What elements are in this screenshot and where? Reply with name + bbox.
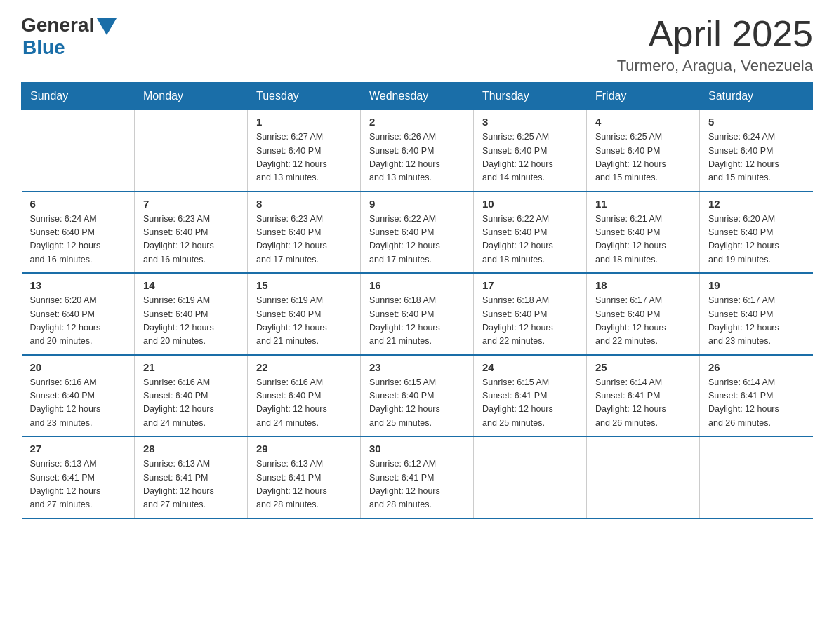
calendar-day-18: 18Sunrise: 6:17 AM Sunset: 6:40 PM Dayli… — [587, 273, 700, 355]
location-title: Turmero, Aragua, Venezuela — [617, 57, 813, 75]
day-number: 11 — [595, 198, 691, 210]
weekday-header-thursday: Thursday — [474, 83, 587, 110]
day-number: 29 — [256, 443, 352, 455]
calendar-day-9: 9Sunrise: 6:22 AM Sunset: 6:40 PM Daylig… — [361, 192, 474, 274]
calendar-day-11: 11Sunrise: 6:21 AM Sunset: 6:40 PM Dayli… — [587, 192, 700, 274]
day-number: 21 — [143, 361, 239, 373]
calendar-empty-cell — [135, 110, 248, 192]
calendar-day-28: 28Sunrise: 6:13 AM Sunset: 6:41 PM Dayli… — [135, 436, 248, 518]
calendar-day-10: 10Sunrise: 6:22 AM Sunset: 6:40 PM Dayli… — [474, 192, 587, 274]
calendar-day-15: 15Sunrise: 6:19 AM Sunset: 6:40 PM Dayli… — [248, 273, 361, 355]
calendar-day-17: 17Sunrise: 6:18 AM Sunset: 6:40 PM Dayli… — [474, 273, 587, 355]
calendar-table: SundayMondayTuesdayWednesdayThursdayFrid… — [21, 82, 813, 519]
logo-general-text: General — [21, 14, 94, 36]
day-info: Sunrise: 6:19 AM Sunset: 6:40 PM Dayligh… — [143, 294, 239, 349]
day-info: Sunrise: 6:22 AM Sunset: 6:40 PM Dayligh… — [369, 213, 465, 267]
month-title: April 2025 — [617, 14, 813, 54]
day-info: Sunrise: 6:20 AM Sunset: 6:40 PM Dayligh… — [708, 213, 805, 267]
day-number: 26 — [708, 361, 805, 373]
calendar-day-23: 23Sunrise: 6:15 AM Sunset: 6:40 PM Dayli… — [361, 355, 474, 437]
day-number: 10 — [482, 198, 578, 210]
day-info: Sunrise: 6:17 AM Sunset: 6:40 PM Dayligh… — [708, 294, 805, 349]
day-number: 12 — [708, 198, 805, 210]
day-info: Sunrise: 6:13 AM Sunset: 6:41 PM Dayligh… — [256, 457, 352, 512]
title-section: April 2025 Turmero, Aragua, Venezuela — [617, 14, 813, 75]
calendar-day-7: 7Sunrise: 6:23 AM Sunset: 6:40 PM Daylig… — [135, 192, 248, 274]
day-info: Sunrise: 6:24 AM Sunset: 6:40 PM Dayligh… — [30, 213, 126, 267]
day-info: Sunrise: 6:23 AM Sunset: 6:40 PM Dayligh… — [256, 213, 352, 267]
day-info: Sunrise: 6:25 AM Sunset: 6:40 PM Dayligh… — [595, 130, 691, 185]
day-info: Sunrise: 6:19 AM Sunset: 6:40 PM Dayligh… — [256, 294, 352, 349]
day-info: Sunrise: 6:15 AM Sunset: 6:40 PM Dayligh… — [369, 376, 465, 431]
day-number: 23 — [369, 361, 465, 373]
calendar-empty-cell — [587, 436, 700, 518]
day-number: 16 — [369, 279, 465, 291]
calendar-header-row: SundayMondayTuesdayWednesdayThursdayFrid… — [22, 83, 813, 110]
day-info: Sunrise: 6:27 AM Sunset: 6:40 PM Dayligh… — [256, 130, 352, 185]
day-info: Sunrise: 6:25 AM Sunset: 6:40 PM Dayligh… — [482, 130, 578, 185]
calendar-day-2: 2Sunrise: 6:26 AM Sunset: 6:40 PM Daylig… — [361, 110, 474, 192]
calendar-day-6: 6Sunrise: 6:24 AM Sunset: 6:40 PM Daylig… — [22, 192, 135, 274]
day-info: Sunrise: 6:18 AM Sunset: 6:40 PM Dayligh… — [482, 294, 578, 349]
calendar-week-row: 1Sunrise: 6:27 AM Sunset: 6:40 PM Daylig… — [22, 110, 813, 192]
day-info: Sunrise: 6:12 AM Sunset: 6:41 PM Dayligh… — [369, 457, 465, 512]
calendar-day-26: 26Sunrise: 6:14 AM Sunset: 6:41 PM Dayli… — [700, 355, 813, 437]
logo-blue-text: Blue — [22, 36, 65, 59]
logo: General Blue — [21, 14, 117, 59]
day-number: 25 — [595, 361, 691, 373]
calendar-empty-cell — [22, 110, 135, 192]
day-number: 20 — [30, 361, 126, 373]
day-number: 6 — [30, 198, 126, 210]
day-number: 9 — [369, 198, 465, 210]
calendar-week-row: 27Sunrise: 6:13 AM Sunset: 6:41 PM Dayli… — [22, 436, 813, 518]
day-number: 24 — [482, 361, 578, 373]
day-number: 22 — [256, 361, 352, 373]
day-info: Sunrise: 6:21 AM Sunset: 6:40 PM Dayligh… — [595, 213, 691, 267]
day-number: 17 — [482, 279, 578, 291]
day-number: 5 — [708, 116, 805, 128]
day-number: 27 — [30, 443, 126, 455]
day-info: Sunrise: 6:14 AM Sunset: 6:41 PM Dayligh… — [708, 376, 805, 431]
calendar-day-14: 14Sunrise: 6:19 AM Sunset: 6:40 PM Dayli… — [135, 273, 248, 355]
weekday-header-friday: Friday — [587, 83, 700, 110]
calendar-day-29: 29Sunrise: 6:13 AM Sunset: 6:41 PM Dayli… — [248, 436, 361, 518]
calendar-day-20: 20Sunrise: 6:16 AM Sunset: 6:40 PM Dayli… — [22, 355, 135, 437]
day-info: Sunrise: 6:14 AM Sunset: 6:41 PM Dayligh… — [595, 376, 691, 431]
weekday-header-monday: Monday — [135, 83, 248, 110]
weekday-header-wednesday: Wednesday — [361, 83, 474, 110]
page-header: General Blue April 2025 Turmero, Aragua,… — [21, 14, 813, 75]
day-info: Sunrise: 6:17 AM Sunset: 6:40 PM Dayligh… — [595, 294, 691, 349]
calendar-day-30: 30Sunrise: 6:12 AM Sunset: 6:41 PM Dayli… — [361, 436, 474, 518]
day-number: 14 — [143, 279, 239, 291]
calendar-day-21: 21Sunrise: 6:16 AM Sunset: 6:40 PM Dayli… — [135, 355, 248, 437]
day-info: Sunrise: 6:16 AM Sunset: 6:40 PM Dayligh… — [30, 376, 126, 431]
calendar-empty-cell — [474, 436, 587, 518]
day-number: 7 — [143, 198, 239, 210]
day-number: 15 — [256, 279, 352, 291]
calendar-week-row: 6Sunrise: 6:24 AM Sunset: 6:40 PM Daylig… — [22, 192, 813, 274]
day-info: Sunrise: 6:20 AM Sunset: 6:40 PM Dayligh… — [30, 294, 126, 349]
day-number: 3 — [482, 116, 578, 128]
day-number: 30 — [369, 443, 465, 455]
day-info: Sunrise: 6:13 AM Sunset: 6:41 PM Dayligh… — [30, 457, 126, 512]
calendar-empty-cell — [700, 436, 813, 518]
calendar-day-12: 12Sunrise: 6:20 AM Sunset: 6:40 PM Dayli… — [700, 192, 813, 274]
day-info: Sunrise: 6:16 AM Sunset: 6:40 PM Dayligh… — [143, 376, 239, 431]
calendar-week-row: 20Sunrise: 6:16 AM Sunset: 6:40 PM Dayli… — [22, 355, 813, 437]
calendar-day-13: 13Sunrise: 6:20 AM Sunset: 6:40 PM Dayli… — [22, 273, 135, 355]
day-info: Sunrise: 6:23 AM Sunset: 6:40 PM Dayligh… — [143, 213, 239, 267]
logo-triangle-icon — [97, 18, 117, 35]
calendar-day-25: 25Sunrise: 6:14 AM Sunset: 6:41 PM Dayli… — [587, 355, 700, 437]
calendar-day-4: 4Sunrise: 6:25 AM Sunset: 6:40 PM Daylig… — [587, 110, 700, 192]
calendar-day-3: 3Sunrise: 6:25 AM Sunset: 6:40 PM Daylig… — [474, 110, 587, 192]
day-number: 8 — [256, 198, 352, 210]
calendar-day-24: 24Sunrise: 6:15 AM Sunset: 6:41 PM Dayli… — [474, 355, 587, 437]
calendar-week-row: 13Sunrise: 6:20 AM Sunset: 6:40 PM Dayli… — [22, 273, 813, 355]
day-number: 18 — [595, 279, 691, 291]
day-info: Sunrise: 6:26 AM Sunset: 6:40 PM Dayligh… — [369, 130, 465, 185]
calendar-day-27: 27Sunrise: 6:13 AM Sunset: 6:41 PM Dayli… — [22, 436, 135, 518]
calendar-day-19: 19Sunrise: 6:17 AM Sunset: 6:40 PM Dayli… — [700, 273, 813, 355]
calendar-day-22: 22Sunrise: 6:16 AM Sunset: 6:40 PM Dayli… — [248, 355, 361, 437]
day-info: Sunrise: 6:16 AM Sunset: 6:40 PM Dayligh… — [256, 376, 352, 431]
day-info: Sunrise: 6:13 AM Sunset: 6:41 PM Dayligh… — [143, 457, 239, 512]
